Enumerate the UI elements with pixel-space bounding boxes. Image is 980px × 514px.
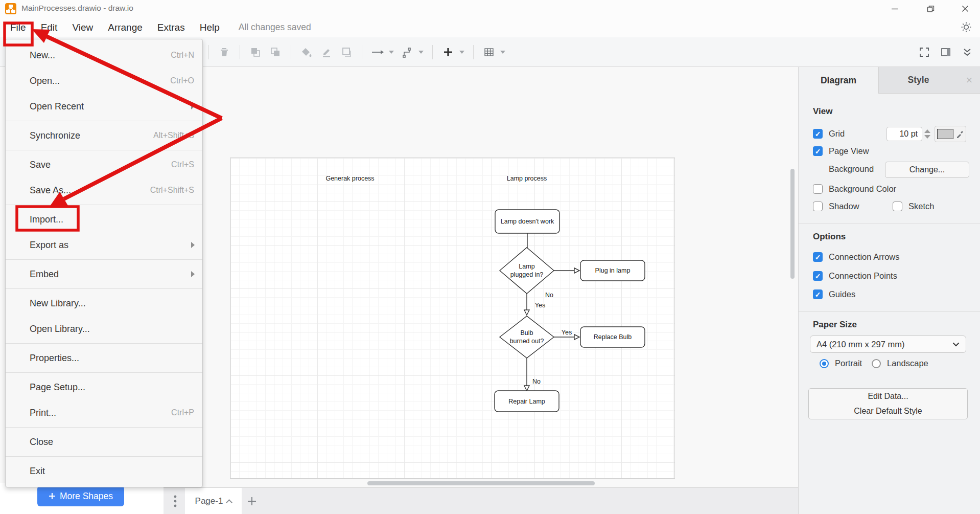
- edge-label-yes-2[interactable]: Yes: [562, 329, 572, 336]
- menu-extras[interactable]: Extras: [157, 22, 185, 33]
- to-front-icon[interactable]: [249, 46, 262, 59]
- insert-icon[interactable]: [441, 46, 455, 59]
- line-color-icon[interactable]: [320, 46, 333, 59]
- to-back-icon[interactable]: [269, 46, 282, 59]
- fill-color-icon[interactable]: [300, 46, 313, 59]
- menu-item-open[interactable]: Open...Ctrl+O: [6, 68, 202, 94]
- diagram-page[interactable]: Generak process Lamp process Lamp doesn'…: [230, 158, 675, 479]
- menu-arrange[interactable]: Arrange: [108, 22, 143, 33]
- menu-item-close[interactable]: Close: [6, 429, 202, 455]
- lane-label-lamp[interactable]: Lamp process: [507, 175, 547, 182]
- clear-default-style-button[interactable]: Clear Default Style: [808, 404, 968, 419]
- edit-data-button[interactable]: Edit Data...: [808, 388, 968, 404]
- add-page-button[interactable]: [245, 495, 259, 508]
- toolbar-separator: [362, 45, 362, 59]
- grid-size-input[interactable]: 10 pt: [886, 127, 922, 141]
- node-lamp-doesnt-work[interactable]: Lamp doesn't work: [501, 218, 554, 225]
- page-view-checkbox[interactable]: ✓: [813, 146, 823, 156]
- page-menu-chevron-icon: [226, 499, 233, 506]
- guides-row: ✓ Guides: [813, 289, 855, 299]
- table-icon[interactable]: [482, 46, 496, 59]
- panel-divider: [799, 311, 980, 312]
- menu-item-save-as[interactable]: Save As...Ctrl+Shift+S: [6, 177, 202, 203]
- menu-item-new-library[interactable]: New Library...: [6, 290, 202, 316]
- background-color-checkbox[interactable]: [813, 184, 823, 194]
- menu-item-embed[interactable]: Embed: [6, 261, 202, 287]
- lane-label-general[interactable]: Generak process: [325, 175, 374, 182]
- tab-diagram[interactable]: Diagram: [799, 67, 878, 94]
- tab-style[interactable]: Style: [878, 67, 958, 94]
- sketch-checkbox[interactable]: [893, 202, 902, 211]
- vertical-scrollbar[interactable]: [790, 169, 795, 279]
- grid-row: ✓ Grid: [813, 129, 845, 139]
- node-bulb-burned-line2[interactable]: burned out?: [510, 338, 544, 345]
- shadow-icon[interactable]: [340, 46, 353, 59]
- waypoints-icon[interactable]: [401, 46, 414, 59]
- menu-item-page-setup[interactable]: Page Setup...: [6, 374, 202, 400]
- insert-dropdown-caret[interactable]: [459, 51, 464, 54]
- horizontal-scrollbar[interactable]: [367, 481, 595, 485]
- connection-arrows-checkbox[interactable]: ✓: [813, 252, 823, 262]
- menu-item-synchronize[interactable]: SynchronizeAlt+Shift+S: [6, 123, 202, 148]
- background-color-row: Background Color: [813, 184, 896, 194]
- edge-label-no-1[interactable]: No: [545, 292, 553, 299]
- menu-item-new[interactable]: New...Ctrl+N: [6, 42, 202, 68]
- portrait-radio[interactable]: [820, 359, 829, 368]
- guides-checkbox[interactable]: ✓: [813, 289, 823, 299]
- connection-style-icon[interactable]: [371, 46, 384, 59]
- menu-separator: [6, 372, 202, 373]
- minimize-button[interactable]: [886, 2, 903, 15]
- grid-checkbox[interactable]: ✓: [813, 129, 823, 139]
- delete-icon[interactable]: [218, 46, 231, 59]
- connection-points-checkbox[interactable]: ✓: [813, 271, 823, 281]
- edge-label-yes-1[interactable]: Yes: [535, 302, 545, 309]
- menu-item-properties[interactable]: Properties...: [6, 345, 202, 371]
- background-change-button[interactable]: Change...: [885, 162, 969, 178]
- node-lamp-plugged-line2[interactable]: plugged in?: [510, 271, 544, 278]
- stepper-down-icon[interactable]: [924, 135, 930, 139]
- fullscreen-icon[interactable]: [918, 46, 931, 59]
- menu-item-print[interactable]: Print...Ctrl+P: [6, 400, 202, 426]
- table-dropdown-caret[interactable]: [500, 51, 505, 54]
- shadow-checkbox[interactable]: [813, 202, 823, 211]
- connection-points-label: Connection Points: [829, 271, 897, 281]
- landscape-radio[interactable]: [872, 359, 881, 368]
- menu-item-exit[interactable]: Exit: [6, 458, 202, 484]
- theme-toggle-sun-icon[interactable]: [960, 20, 973, 34]
- waypoints-dropdown-caret[interactable]: [418, 51, 424, 54]
- page-tab-page1[interactable]: Page-1: [185, 488, 242, 514]
- paper-size-select[interactable]: A4 (210 mm x 297 mm): [810, 336, 966, 353]
- title-bar: MainProcesses.drawio - draw.io: [0, 0, 980, 17]
- menu-item-save[interactable]: SaveCtrl+S: [6, 152, 202, 177]
- menu-file[interactable]: File: [10, 22, 26, 33]
- menu-item-export-as[interactable]: Export as: [6, 232, 202, 258]
- node-repair-lamp[interactable]: Repair Lamp: [508, 398, 545, 405]
- node-bulb-burned-line1[interactable]: Bulb: [520, 329, 533, 337]
- portrait-row: Portrait: [820, 359, 862, 368]
- grid-color-button[interactable]: [935, 126, 966, 142]
- edge-label-no-2[interactable]: No: [532, 378, 541, 385]
- close-window-button[interactable]: [956, 2, 974, 15]
- pages-menu-dots-icon[interactable]: [169, 495, 182, 508]
- node-plug-in-lamp[interactable]: Plug in lamp: [595, 267, 631, 274]
- menu-help[interactable]: Help: [200, 22, 220, 33]
- stepper-up-icon[interactable]: [924, 129, 930, 133]
- panel-close-icon[interactable]: ×: [958, 67, 980, 94]
- format-panel-icon[interactable]: [939, 46, 952, 59]
- connection-style-dropdown-caret[interactable]: [389, 51, 394, 54]
- plus-icon: [49, 493, 56, 500]
- grid-size-stepper[interactable]: [924, 127, 931, 141]
- node-replace-bulb[interactable]: Replace Bulb: [594, 333, 632, 341]
- menu-item-open-library[interactable]: Open Library...: [6, 316, 202, 342]
- restore-button[interactable]: [922, 2, 939, 15]
- node-lamp-plugged-line1[interactable]: Lamp: [519, 263, 534, 270]
- menu-view[interactable]: View: [72, 22, 93, 33]
- menu-item-import[interactable]: Import...: [6, 207, 202, 232]
- menu-item-open-recent[interactable]: Open Recent: [6, 94, 202, 119]
- collapse-expand-icon[interactable]: [961, 46, 974, 59]
- menu-bar: File Edit View Arrange Extras Help All c…: [0, 17, 980, 37]
- more-shapes-button[interactable]: More Shapes: [37, 486, 124, 506]
- menu-edit[interactable]: Edit: [41, 22, 58, 33]
- grid-label: Grid: [829, 129, 845, 139]
- format-panel-tabs: Diagram Style ×: [799, 67, 980, 94]
